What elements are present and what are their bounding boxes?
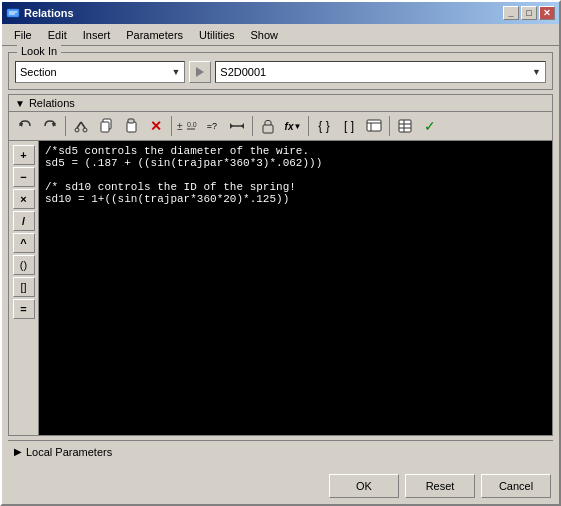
delete-button[interactable]: ✕ (144, 114, 168, 138)
cut-button[interactable] (69, 114, 93, 138)
main-window: Relations _ □ ✕ File Edit Insert Paramet… (0, 0, 561, 506)
menu-parameters[interactable]: Parameters (118, 27, 191, 43)
svg-marker-19 (241, 123, 244, 129)
svg-rect-21 (367, 120, 381, 131)
svg-rect-0 (7, 9, 19, 17)
sep1 (65, 116, 66, 136)
value-dropdown[interactable]: S2D0001 ▼ (215, 61, 546, 83)
function-button[interactable]: fx ▼ (281, 114, 305, 138)
look-in-row: Section ▼ S2D0001 ▼ (15, 61, 546, 83)
value-arrow-icon: ▼ (532, 67, 541, 77)
copy-button[interactable] (94, 114, 118, 138)
relations-header: ▼ Relations (9, 95, 552, 112)
look-in-group: Look In Section ▼ S2D0001 ▼ (8, 52, 553, 90)
window-icon (6, 6, 20, 20)
expand-button[interactable]: [ ] (337, 114, 361, 138)
fx-dropdown-icon: ▼ (293, 122, 301, 131)
bracket-icon: { } (318, 119, 329, 133)
maximize-button[interactable]: □ (521, 6, 537, 20)
section-arrow-icon: ▼ (171, 67, 180, 77)
code-editor[interactable]: /*sd5 controls the diameter of the wire.… (39, 141, 552, 435)
minimize-button[interactable]: _ (503, 6, 519, 20)
menu-file[interactable]: File (6, 27, 40, 43)
toolbar: ✕ ± 0.0 =? (9, 112, 552, 141)
section-value: Section (20, 66, 57, 78)
svg-line-8 (77, 122, 81, 128)
minus-button[interactable]: − (13, 167, 35, 187)
relations-collapse-icon[interactable]: ▼ (15, 98, 25, 109)
plus-button[interactable]: + (13, 145, 35, 165)
sep5 (389, 116, 390, 136)
ok-button[interactable]: OK (329, 474, 399, 498)
left-panel: + − × / ^ () [] = (9, 141, 39, 435)
paste-button[interactable] (119, 114, 143, 138)
svg-rect-11 (101, 122, 109, 132)
parens-button[interactable]: () (13, 255, 35, 275)
redo-button[interactable] (38, 114, 62, 138)
sep4 (308, 116, 309, 136)
local-params-bar: ▶ Local Parameters (8, 440, 553, 462)
close-button[interactable]: ✕ (539, 6, 555, 20)
cancel-button[interactable]: Cancel (481, 474, 551, 498)
table-button[interactable] (393, 114, 417, 138)
param2-button[interactable] (362, 114, 386, 138)
svg-rect-24 (399, 120, 411, 132)
svg-point-6 (75, 128, 79, 132)
equals-button[interactable]: = (13, 299, 35, 319)
sep3 (252, 116, 253, 136)
main-area: + − × / ^ () [] = /*sd5 controls the dia… (9, 141, 552, 435)
section-dropdown[interactable]: Section ▼ (15, 61, 185, 83)
bracket-button[interactable]: { } (312, 114, 336, 138)
caret-button[interactable]: ^ (13, 233, 35, 253)
divide-button[interactable]: / (13, 211, 35, 231)
local-params-expand-icon[interactable]: ▶ (14, 446, 22, 457)
window-title: Relations (24, 7, 503, 19)
menu-show[interactable]: Show (243, 27, 287, 43)
verify-button[interactable]: =? (200, 114, 224, 138)
lock-button[interactable] (256, 114, 280, 138)
svg-line-9 (81, 122, 85, 128)
expand-icon: [ ] (344, 119, 354, 133)
verify-icon: =? (207, 121, 217, 131)
svg-point-7 (83, 128, 87, 132)
relations-group: ▼ Relations (8, 94, 553, 436)
menu-bar: File Edit Insert Parameters Utilities Sh… (2, 24, 559, 46)
check-icon: ✓ (424, 118, 436, 134)
switch-dim-button[interactable] (225, 114, 249, 138)
content-area: Look In Section ▼ S2D0001 ▼ (2, 46, 559, 468)
title-bar: Relations _ □ ✕ (2, 2, 559, 24)
multiply-button[interactable]: × (13, 189, 35, 209)
svg-rect-20 (263, 125, 273, 133)
sep2 (171, 116, 172, 136)
window-controls: _ □ ✕ (503, 6, 555, 20)
brackets-button[interactable]: [] (13, 277, 35, 297)
fx-icon: fx (285, 121, 294, 132)
svg-rect-13 (128, 119, 134, 123)
menu-edit[interactable]: Edit (40, 27, 75, 43)
svg-marker-18 (230, 123, 233, 129)
bottom-bar: OK Reset Cancel (2, 468, 559, 504)
reset-button[interactable]: Reset (405, 474, 475, 498)
navigate-button[interactable] (189, 61, 211, 83)
relations-label: Relations (29, 97, 75, 109)
menu-insert[interactable]: Insert (75, 27, 119, 43)
menu-utilities[interactable]: Utilities (191, 27, 242, 43)
undo-button[interactable] (13, 114, 37, 138)
svg-marker-3 (196, 67, 204, 77)
insert-param-button[interactable]: ± 0.0 (175, 114, 199, 138)
look-in-label: Look In (17, 45, 61, 57)
check-button[interactable]: ✓ (418, 114, 442, 138)
value-text: S2D0001 (220, 66, 266, 78)
local-params-label: Local Parameters (26, 446, 112, 458)
svg-text:±: ± (177, 121, 183, 132)
svg-text:0.0: 0.0 (187, 121, 197, 128)
